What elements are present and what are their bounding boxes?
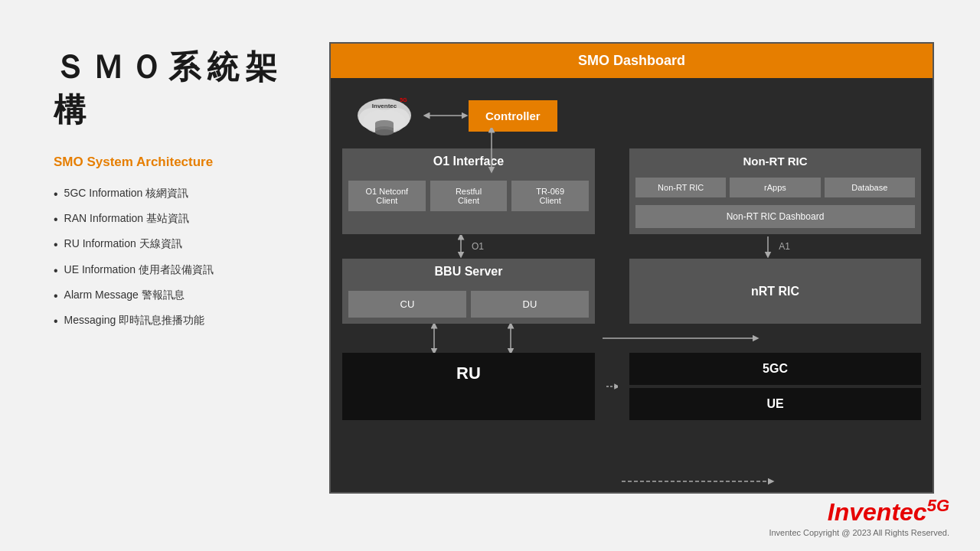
nrtic-box: nRT RIC — [629, 259, 921, 324]
main-title: ＳＭＯ系統架構 — [54, 46, 291, 132]
o1-client-netconf: O1 NetconfClient — [348, 181, 426, 211]
bullet-item: UE Information 使用者設備資訊 — [54, 263, 291, 278]
non-rt-ric-dashboard: Non-RT RIC Dashboard — [635, 205, 915, 228]
bbu-arrows — [342, 324, 924, 353]
svg-point-8 — [375, 129, 394, 135]
copyright: Inventec Copyright @ 2023 All Rights Res… — [769, 528, 949, 537]
o1-arrow — [453, 235, 469, 258]
o1-clients: O1 NetconfClient RestfulClient TR-069Cli… — [342, 174, 595, 217]
bullet-item: Alarm Message 警報訊息 — [54, 289, 291, 303]
non-rt-ric-box: Non-RT RIC Non-RT RIC rApps Database Non… — [629, 148, 921, 234]
non-rt-ric-items: Non-RT RIC rApps Database — [629, 174, 921, 201]
ue-box: UE — [629, 388, 921, 420]
svg-text:5G: 5G — [400, 97, 407, 103]
non-rt-ric-item-1: Non-RT RIC — [635, 178, 726, 197]
bbu-units: CU DU — [342, 285, 595, 324]
o1-interface-box: O1 Interface O1 NetconfClient RestfulCli… — [342, 148, 595, 234]
bbu-server-box: BBU Server CU DU — [342, 259, 595, 324]
bbu-cu: CU — [348, 291, 466, 318]
bullet-item: RAN Information 基站資訊 — [54, 212, 291, 227]
five-g-badge: 5G — [927, 496, 949, 515]
a1-arrow — [760, 235, 776, 258]
bullet-item: RU Information 天線資訊 — [54, 237, 291, 252]
inventec-logo: Inventec5G — [769, 496, 949, 527]
sub-title: SMO System Architecture — [54, 155, 291, 170]
o1-client-tr069: TR-069Client — [511, 181, 589, 211]
right-bottom-stack: 5GC UE — [629, 353, 921, 420]
non-rt-ric-item-rapps: rApps — [730, 178, 820, 197]
brand-name: Inventec — [828, 498, 927, 526]
a1-label: A1 — [779, 241, 790, 252]
cloud-controller-arrow — [423, 108, 469, 123]
controller-box: Controller — [469, 100, 557, 132]
left-panel: ＳＭＯ系統架構 SMO System Architecture 5GC Info… — [0, 0, 322, 551]
logo-area: Inventec5G Inventec Copyright @ 2023 All… — [769, 496, 949, 537]
svg-text:Inventec: Inventec — [372, 103, 397, 109]
ru-ue-arrow — [606, 379, 618, 394]
ru-box: RU — [342, 353, 595, 420]
slide: ＳＭＯ系統架構 SMO System Architecture 5GC Info… — [0, 0, 980, 551]
bullet-item: Messaging 即時訊息推播功能 — [54, 314, 291, 328]
diagram: SMO Dashboard — [329, 42, 934, 494]
bullet-item: 5GC Information 核網資訊 — [54, 187, 291, 201]
bbu-server-title: BBU Server — [342, 259, 595, 285]
fgc-box: 5GC — [629, 353, 921, 385]
o1-interface-title: O1 Interface — [342, 148, 595, 174]
dashboard-o1-arrow — [484, 128, 499, 174]
o1-label: O1 — [472, 241, 484, 252]
inventec-cloud: Inventec 5G — [346, 89, 423, 142]
ru-to-ue-dashed-arrow — [618, 472, 779, 491]
a1-arrow-area: A1 — [629, 235, 921, 258]
non-rt-ric-title: Non-RT RIC — [629, 148, 921, 174]
bullet-list: 5GC Information 核網資訊RAN Information 基站資訊… — [54, 187, 291, 328]
non-rt-ric-item-db: Database — [825, 178, 915, 197]
o1-arrow-area: O1 — [342, 235, 595, 258]
smo-dashboard-bar: SMO Dashboard — [331, 44, 933, 78]
right-panel: SMO Dashboard — [322, 0, 980, 551]
o1-client-restful: RestfulClient — [430, 181, 508, 211]
bbu-du: DU — [471, 291, 589, 318]
